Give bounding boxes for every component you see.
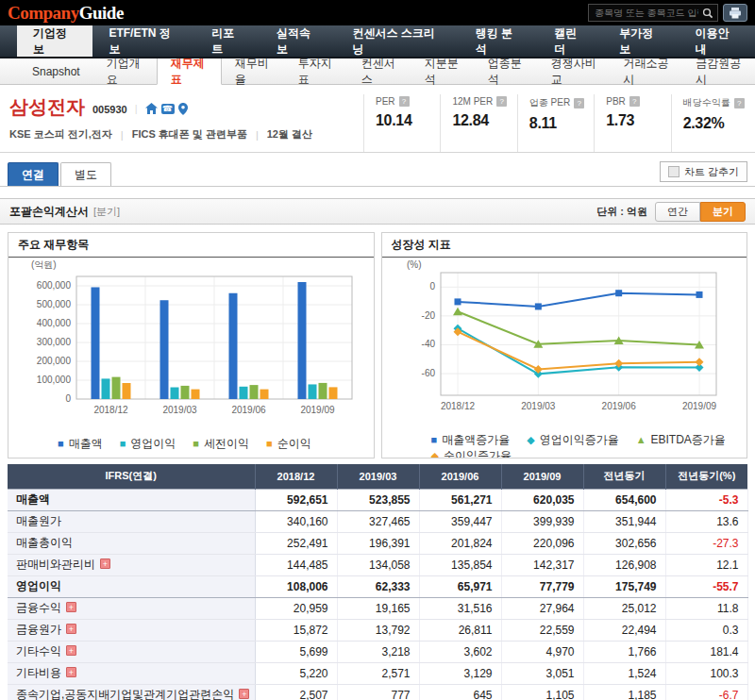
printer-icon — [729, 8, 742, 19]
main-nav-item-4[interactable]: 컨센서스 스크리닝 — [337, 25, 460, 57]
svg-text:2019/03: 2019/03 — [521, 401, 556, 411]
expand-icon[interactable]: + — [66, 667, 76, 677]
legend-label: EBITDA증가율 — [651, 433, 726, 446]
table-row: 매출총이익252,491196,391201,824220,096302,656… — [8, 532, 747, 554]
sub-nav-item-10[interactable]: 금감원공시 — [682, 58, 755, 84]
cell-value: 1,524 — [583, 662, 665, 684]
metric-2: 업종 PER?8.11 — [517, 94, 594, 152]
row-label: 종속기업,공동지배기업및관계기업관련손익+ — [8, 684, 255, 700]
period-button-0[interactable]: 연간 — [655, 202, 700, 222]
legend-item: ◆영업이익증가율 — [527, 432, 618, 447]
main-nav-item-3[interactable]: 실적속보 — [260, 25, 336, 57]
sub-nav-item-9[interactable]: 거래소공시 — [610, 58, 682, 84]
cell-value: 3,129 — [419, 662, 501, 684]
cell-yoy: -55.7 — [665, 575, 747, 597]
search-icon[interactable] — [702, 8, 713, 19]
company-meta-item: FICS 휴대폰 및 관련부품 — [132, 127, 247, 142]
stock-search-input[interactable] — [591, 8, 702, 18]
cell-yoy: 12.1 — [665, 554, 747, 575]
sub-nav-item-0[interactable]: Snapshot — [19, 58, 93, 84]
main-nav-item-5[interactable]: 랭킹 분석 — [460, 25, 539, 57]
cell-value: 142,317 — [501, 554, 583, 575]
cell-value: 252,491 — [255, 532, 337, 554]
sub-nav-item-7[interactable]: 업종분석 — [475, 58, 538, 84]
cell-value: 20,959 — [255, 597, 337, 619]
legend-marker-icon: ◆ — [527, 434, 534, 445]
legend-label: 매출액증가율 — [442, 433, 510, 446]
expand-icon[interactable]: + — [100, 558, 110, 569]
help-icon[interactable]: ? — [629, 96, 640, 107]
hide-chart-label: 차트 감추기 — [684, 165, 739, 179]
legend-marker-icon: ■ — [266, 438, 273, 449]
table-header-1: 2018/12 — [255, 464, 337, 489]
svg-text:-40: -40 — [421, 339, 435, 349]
period-button-1[interactable]: 분기 — [700, 202, 746, 222]
company-panel: 삼성전자 005930 | ☎ KSE 코스피 전기,전자|FICS 휴대폰 및… — [0, 85, 755, 153]
line-chart-legend: ■매출액증가율◆영업이익증가율▲EBITDA증가율◆순이익증가율 — [382, 429, 747, 458]
cell-yoy: -5.3 — [665, 489, 747, 510]
table-row: 금융원가+15,87213,79226,81122,55922,4940.3 — [8, 619, 747, 641]
table-header-row: IFRS(연결)2018/122019/032019/062019/09전년동기… — [8, 464, 747, 489]
sub-nav-item-3[interactable]: 재무비율 — [222, 58, 285, 84]
cell-yoy: 0.3 — [665, 619, 747, 641]
cell-value: 1,185 — [583, 684, 665, 700]
metric-label: 업종 PER — [529, 96, 570, 109]
main-nav-item-6[interactable]: 캘린더 — [538, 25, 603, 57]
main-nav-item-2[interactable]: 리포트 — [195, 25, 260, 57]
cell-value: 13,792 — [337, 619, 419, 641]
sub-nav-item-6[interactable]: 지분분석 — [411, 58, 475, 84]
sub-nav-item-1[interactable]: 기업개요 — [93, 58, 157, 84]
help-icon[interactable]: ? — [574, 98, 584, 108]
statement-scope-tabs: 연결별도 — [8, 162, 111, 186]
row-label-text: 매출총이익 — [16, 536, 73, 549]
table-row: 금융수익+20,95919,16531,51627,96425,01211.8 — [8, 597, 747, 619]
metric-label: PBR — [606, 96, 626, 107]
cell-value: 359,447 — [419, 510, 501, 532]
home-icon[interactable] — [145, 103, 158, 114]
print-button[interactable] — [723, 4, 747, 22]
cell-value: 340,160 — [255, 510, 337, 532]
metric-value: 8.11 — [529, 115, 594, 132]
svg-text:100,000: 100,000 — [37, 375, 72, 385]
main-nav-item-0[interactable]: 기업정보 — [17, 25, 92, 57]
hide-chart-toggle[interactable]: 차트 감추기 — [660, 161, 747, 182]
sub-nav-item-4[interactable]: 투자지표 — [285, 58, 348, 84]
bar-chart-title: 주요 재무항목 — [8, 233, 374, 258]
row-label-text: 판매비와관리비 — [16, 558, 95, 571]
expand-icon[interactable]: + — [239, 689, 249, 699]
cell-value: 620,035 — [501, 489, 583, 510]
divider: | — [135, 103, 138, 114]
cell-value: 77,779 — [501, 575, 583, 597]
sub-nav-item-5[interactable]: 컨센서스 — [348, 58, 411, 84]
help-icon[interactable]: ? — [496, 96, 507, 107]
legend-item: ■순이익 — [266, 436, 311, 451]
cell-value: 126,908 — [583, 554, 665, 575]
metric-label-row: 12M PER? — [452, 96, 516, 107]
svg-text:(%): (%) — [407, 259, 422, 270]
expand-icon[interactable]: + — [66, 624, 76, 634]
logo[interactable]: CompanyGuide — [8, 3, 124, 24]
phone-icon[interactable]: ☎ — [161, 104, 175, 114]
cell-value: 645 — [419, 684, 501, 700]
svg-text:2019/06: 2019/06 — [231, 405, 266, 415]
row-label-text: 기타수익 — [16, 644, 61, 658]
cell-value: 108,006 — [255, 575, 337, 597]
main-nav-item-7[interactable]: 부가정보 — [603, 25, 679, 57]
table-row: 종속기업,공동지배기업및관계기업관련손익+2,5077776451,1051,1… — [8, 684, 747, 700]
metric-4: 배당수익률?2.32% — [671, 94, 747, 152]
view-tab-0[interactable]: 연결 — [8, 162, 59, 186]
expand-icon[interactable]: + — [66, 645, 76, 656]
help-icon[interactable]: ? — [399, 96, 410, 107]
sub-nav-item-8[interactable]: 경쟁사비교 — [538, 58, 611, 84]
sub-nav-item-2[interactable]: 재무제표 — [157, 58, 222, 85]
view-tab-1[interactable]: 별도 — [60, 162, 111, 186]
expand-icon[interactable]: + — [66, 602, 76, 612]
row-label-text: 금융수익 — [16, 601, 61, 614]
location-pin-icon[interactable] — [178, 103, 188, 115]
legend-item: ◆순이익증가율 — [431, 448, 512, 458]
svg-text:2018/12: 2018/12 — [93, 405, 128, 415]
main-nav-item-1[interactable]: ETF/ETN 정보 — [92, 25, 195, 57]
main-nav-item-8[interactable]: 이용안내 — [680, 25, 755, 57]
help-icon[interactable]: ? — [734, 98, 745, 108]
cell-value: 592,651 — [255, 489, 337, 510]
